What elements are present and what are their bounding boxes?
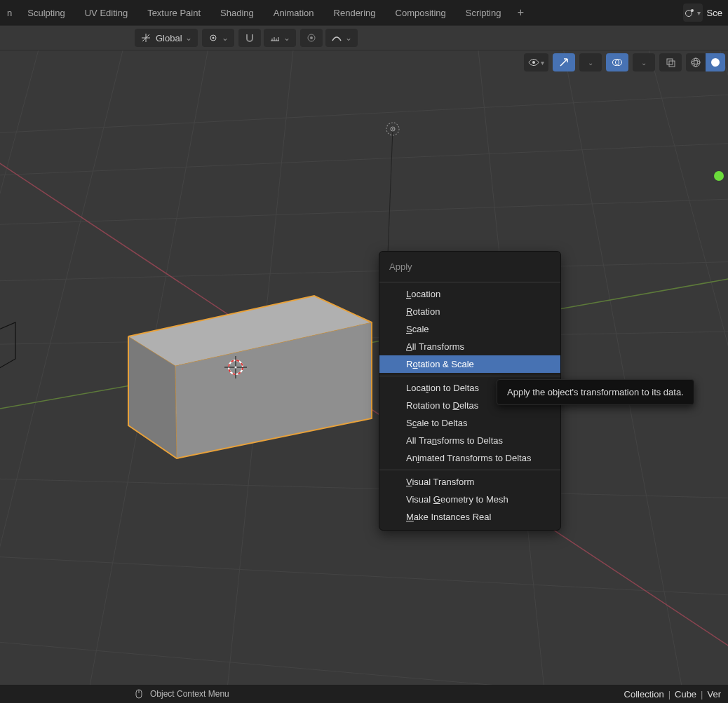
snap-toggle[interactable]: [238, 29, 261, 47]
overlays-dropdown[interactable]: ⌄: [633, 53, 655, 71]
gizmos-dropdown[interactable]: ⌄: [579, 53, 602, 71]
status-breadcrumb: Collection | Cube | Ver: [624, 689, 721, 699]
scene-icon: ▾: [683, 4, 703, 22]
add-workspace-button[interactable]: +: [511, 6, 530, 19]
proportional-edit-toggle[interactable]: [300, 29, 323, 47]
svg-line-21: [715, 50, 728, 685]
menu-separator: [379, 470, 560, 470]
breadcrumb-extra: Ver: [707, 689, 721, 699]
viewport-shading-group: [686, 53, 725, 71]
svg-point-44: [692, 61, 700, 64]
eye-icon: [528, 57, 539, 68]
workspace-tab-rendering[interactable]: Rendering: [324, 2, 386, 24]
menu-separator: [379, 376, 560, 376]
svg-point-25: [392, 128, 393, 130]
workspace-tab-scripting[interactable]: Scripting: [456, 2, 511, 24]
workspace-tab-compositing[interactable]: Compositing: [386, 2, 456, 24]
menu-item-scale-to-deltas[interactable]: Scale to Deltas: [379, 414, 560, 432]
breadcrumb-collection: Collection: [624, 689, 664, 699]
viewport-header: Global: [0, 25, 728, 50]
workspace-tab-shading[interactable]: Shading: [210, 2, 264, 24]
shading-wireframe[interactable]: [686, 53, 706, 71]
camera-icon: [0, 322, 15, 370]
workspace-tab-uv-editing[interactable]: UV Editing: [75, 2, 137, 24]
wireframe-sphere-icon: [690, 57, 701, 68]
solid-sphere-icon: [710, 57, 721, 68]
workspace-tab-leading[interactable]: n: [3, 2, 18, 24]
y-axis-gizmo-handle[interactable]: [714, 171, 724, 181]
menu-title: Apply: [379, 256, 560, 279]
svg-line-13: [0, 639, 728, 685]
menu-item-animated-transforms-to-deltas[interactable]: Animated Transforms to Deltas: [379, 449, 560, 467]
svg-line-8: [0, 198, 728, 226]
svg-point-0: [686, 11, 692, 17]
svg-line-6: [0, 93, 728, 135]
svg-point-1: [691, 9, 694, 12]
mouse-icon: [133, 688, 144, 699]
svg-line-15: [0, 50, 126, 685]
svg-point-43: [692, 58, 700, 67]
overlays-toggle[interactable]: [606, 53, 628, 71]
svg-rect-41: [667, 59, 673, 64]
menu-separator: [379, 282, 560, 282]
viewport-canvas: [0, 50, 728, 685]
svg-point-37: [235, 367, 237, 369]
status-bar: Object Context Menu Collection | Cube | …: [0, 685, 728, 703]
svg-line-7: [0, 142, 728, 177]
menu-item-scale[interactable]: Scale: [379, 320, 560, 338]
svg-line-14: [0, 50, 42, 685]
menu-item-rotation[interactable]: Rotation: [379, 303, 560, 320]
svg-point-3: [212, 37, 214, 39]
svg-point-46: [711, 58, 720, 67]
svg-point-38: [532, 61, 535, 64]
svg-point-5: [310, 36, 313, 39]
breadcrumb-object: Cube: [675, 689, 696, 699]
shading-solid[interactable]: [706, 53, 725, 71]
orientation-label: Global: [156, 33, 182, 43]
status-hint: Object Context Menu: [150, 689, 229, 699]
proportional-falloff-dropdown[interactable]: [325, 29, 358, 47]
menu-item-rotation-and-scale[interactable]: Rotation & Scale: [379, 355, 560, 373]
workspace-tab-animation[interactable]: Animation: [264, 2, 324, 24]
scene-selector[interactable]: ▾ Sce: [683, 4, 725, 22]
pivot-point-dropdown[interactable]: [202, 29, 234, 47]
pivot-icon: [208, 32, 219, 43]
transform-orientation-dropdown[interactable]: Global: [135, 29, 198, 47]
overlays-icon: [612, 57, 623, 68]
proportional-icon: [306, 32, 317, 43]
svg-line-11: [0, 478, 728, 499]
falloff-icon: [331, 32, 342, 43]
xray-toggle[interactable]: [659, 53, 682, 71]
menu-item-make-instances-real[interactable]: Make Instances Real: [379, 508, 560, 526]
svg-line-12: [0, 555, 728, 597]
svg-point-45: [694, 58, 698, 67]
axes-icon: [140, 32, 151, 43]
xray-icon: [665, 57, 676, 68]
menu-item-all-transforms-to-deltas[interactable]: All Transforms to Deltas: [379, 432, 560, 449]
viewport-overlay-controls: ▾ ⌄ ⌄: [524, 53, 725, 71]
tooltip: Apply the object's transformation to its…: [497, 379, 694, 405]
magnet-icon: [244, 32, 255, 43]
workspace-tabs: n Sculpting UV Editing Texture Paint Sha…: [0, 0, 728, 25]
snap-increment-icon: [269, 32, 281, 43]
snap-options-dropdown[interactable]: [264, 29, 296, 47]
menu-item-visual-geometry-to-mesh[interactable]: Visual Geometry to Mesh: [379, 491, 560, 508]
menu-item-all-transforms[interactable]: All Transforms: [379, 338, 560, 355]
scene-name: Sce: [707, 8, 722, 18]
gizmos-toggle[interactable]: [553, 53, 575, 71]
svg-line-9: [0, 261, 728, 282]
object-visibility-dropdown[interactable]: ▾: [524, 53, 548, 71]
3d-viewport[interactable]: [0, 50, 728, 685]
workspace-tab-texture-paint[interactable]: Texture Paint: [137, 2, 210, 24]
menu-item-location[interactable]: Location: [379, 285, 560, 303]
menu-item-visual-transform[interactable]: Visual Transform: [379, 473, 560, 491]
cube-object[interactable]: [128, 296, 372, 458]
svg-rect-42: [669, 61, 675, 67]
workspace-tab-sculpting[interactable]: Sculpting: [18, 2, 74, 24]
gizmo-arrow-icon: [558, 57, 569, 68]
